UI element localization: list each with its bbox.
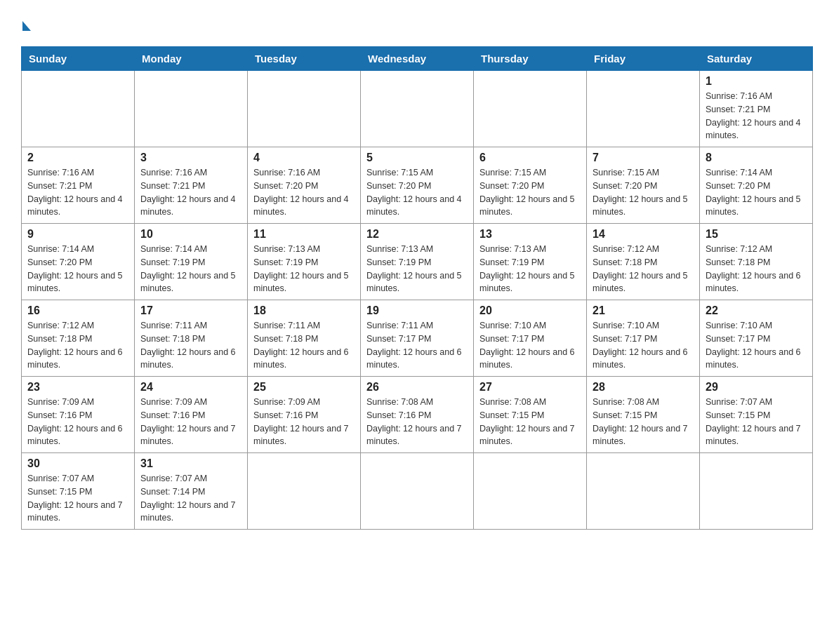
calendar-cell xyxy=(361,453,474,530)
calendar-cell xyxy=(474,71,587,147)
day-info: Sunrise: 7:16 AMSunset: 7:21 PMDaylight:… xyxy=(706,90,807,142)
day-number: 20 xyxy=(479,304,581,317)
day-number: 14 xyxy=(593,228,694,241)
day-number: 23 xyxy=(27,381,128,394)
day-number: 7 xyxy=(593,152,694,164)
calendar-cell: 9Sunrise: 7:14 AMSunset: 7:20 PMDaylight… xyxy=(22,224,135,300)
day-info: Sunrise: 7:15 AMSunset: 7:20 PMDaylight:… xyxy=(366,166,468,219)
day-info: Sunrise: 7:11 AMSunset: 7:18 PMDaylight:… xyxy=(140,319,241,372)
day-number: 2 xyxy=(27,152,128,164)
day-number: 3 xyxy=(140,152,241,164)
calendar-header-monday: Monday xyxy=(135,47,248,71)
day-info: Sunrise: 7:14 AMSunset: 7:20 PMDaylight:… xyxy=(27,243,128,295)
calendar-header-tuesday: Tuesday xyxy=(248,47,361,71)
day-number: 30 xyxy=(27,457,128,470)
calendar-cell xyxy=(587,453,700,530)
calendar-cell: 5Sunrise: 7:15 AMSunset: 7:20 PMDaylight… xyxy=(361,147,474,224)
day-number: 22 xyxy=(706,304,807,317)
day-info: Sunrise: 7:07 AMSunset: 7:14 PMDaylight:… xyxy=(140,472,241,525)
calendar-header-friday: Friday xyxy=(587,47,700,71)
day-info: Sunrise: 7:09 AMSunset: 7:16 PMDaylight:… xyxy=(140,396,241,448)
calendar-cell: 2Sunrise: 7:16 AMSunset: 7:21 PMDaylight… xyxy=(22,147,135,224)
day-info: Sunrise: 7:12 AMSunset: 7:18 PMDaylight:… xyxy=(706,243,807,295)
calendar-cell: 6Sunrise: 7:15 AMSunset: 7:20 PMDaylight… xyxy=(474,147,587,224)
calendar-cell: 21Sunrise: 7:10 AMSunset: 7:17 PMDayligh… xyxy=(587,300,700,377)
day-info: Sunrise: 7:07 AMSunset: 7:15 PMDaylight:… xyxy=(706,396,807,448)
calendar-cell: 13Sunrise: 7:13 AMSunset: 7:19 PMDayligh… xyxy=(474,224,587,300)
day-number: 4 xyxy=(253,152,355,164)
calendar-cell: 12Sunrise: 7:13 AMSunset: 7:19 PMDayligh… xyxy=(361,224,474,300)
day-info: Sunrise: 7:16 AMSunset: 7:21 PMDaylight:… xyxy=(27,166,128,219)
day-number: 26 xyxy=(366,381,468,394)
calendar-cell xyxy=(700,453,813,530)
day-info: Sunrise: 7:12 AMSunset: 7:18 PMDaylight:… xyxy=(27,319,128,372)
calendar-table: SundayMondayTuesdayWednesdayThursdayFrid… xyxy=(21,46,813,530)
calendar-cell xyxy=(361,71,474,147)
day-number: 10 xyxy=(140,228,241,241)
calendar-cell: 24Sunrise: 7:09 AMSunset: 7:16 PMDayligh… xyxy=(135,377,248,453)
day-info: Sunrise: 7:14 AMSunset: 7:19 PMDaylight:… xyxy=(140,243,241,295)
day-number: 9 xyxy=(27,228,128,241)
calendar-header-saturday: Saturday xyxy=(700,47,813,71)
day-info: Sunrise: 7:11 AMSunset: 7:17 PMDaylight:… xyxy=(366,319,468,372)
calendar-cell xyxy=(135,71,248,147)
day-number: 5 xyxy=(366,152,468,164)
day-number: 12 xyxy=(366,228,468,241)
calendar-cell xyxy=(248,453,361,530)
calendar-week-row: 1Sunrise: 7:16 AMSunset: 7:21 PMDaylight… xyxy=(22,71,813,147)
calendar-header-row: SundayMondayTuesdayWednesdayThursdayFrid… xyxy=(22,47,813,71)
calendar-week-row: 2Sunrise: 7:16 AMSunset: 7:21 PMDaylight… xyxy=(22,147,813,224)
calendar-cell: 4Sunrise: 7:16 AMSunset: 7:20 PMDaylight… xyxy=(248,147,361,224)
day-info: Sunrise: 7:13 AMSunset: 7:19 PMDaylight:… xyxy=(366,243,468,295)
day-number: 21 xyxy=(593,304,694,317)
calendar-week-row: 30Sunrise: 7:07 AMSunset: 7:15 PMDayligh… xyxy=(22,453,813,530)
calendar-cell: 19Sunrise: 7:11 AMSunset: 7:17 PMDayligh… xyxy=(361,300,474,377)
day-info: Sunrise: 7:15 AMSunset: 7:20 PMDaylight:… xyxy=(479,166,581,219)
calendar-cell: 15Sunrise: 7:12 AMSunset: 7:18 PMDayligh… xyxy=(700,224,813,300)
day-number: 15 xyxy=(706,228,807,241)
day-info: Sunrise: 7:16 AMSunset: 7:20 PMDaylight:… xyxy=(253,166,355,219)
calendar-cell: 16Sunrise: 7:12 AMSunset: 7:18 PMDayligh… xyxy=(22,300,135,377)
calendar-week-row: 16Sunrise: 7:12 AMSunset: 7:18 PMDayligh… xyxy=(22,300,813,377)
day-number: 11 xyxy=(253,228,355,241)
calendar-cell: 27Sunrise: 7:08 AMSunset: 7:15 PMDayligh… xyxy=(474,377,587,453)
day-info: Sunrise: 7:14 AMSunset: 7:20 PMDaylight:… xyxy=(706,166,807,219)
day-info: Sunrise: 7:09 AMSunset: 7:16 PMDaylight:… xyxy=(27,396,128,448)
day-info: Sunrise: 7:12 AMSunset: 7:18 PMDaylight:… xyxy=(593,243,694,295)
day-info: Sunrise: 7:08 AMSunset: 7:15 PMDaylight:… xyxy=(593,396,694,448)
calendar-header-wednesday: Wednesday xyxy=(361,47,474,71)
calendar-cell: 28Sunrise: 7:08 AMSunset: 7:15 PMDayligh… xyxy=(587,377,700,453)
day-info: Sunrise: 7:08 AMSunset: 7:16 PMDaylight:… xyxy=(366,396,468,448)
day-number: 13 xyxy=(479,228,581,241)
calendar-week-row: 9Sunrise: 7:14 AMSunset: 7:20 PMDaylight… xyxy=(22,224,813,300)
calendar-cell: 26Sunrise: 7:08 AMSunset: 7:16 PMDayligh… xyxy=(361,377,474,453)
calendar-cell xyxy=(587,71,700,147)
calendar-header-sunday: Sunday xyxy=(22,47,135,71)
calendar-cell xyxy=(22,71,135,147)
calendar-cell: 23Sunrise: 7:09 AMSunset: 7:16 PMDayligh… xyxy=(22,377,135,453)
day-info: Sunrise: 7:13 AMSunset: 7:19 PMDaylight:… xyxy=(479,243,581,295)
calendar-cell: 7Sunrise: 7:15 AMSunset: 7:20 PMDaylight… xyxy=(587,147,700,224)
day-info: Sunrise: 7:08 AMSunset: 7:15 PMDaylight:… xyxy=(479,396,581,448)
day-info: Sunrise: 7:07 AMSunset: 7:15 PMDaylight:… xyxy=(27,472,128,525)
day-info: Sunrise: 7:15 AMSunset: 7:20 PMDaylight:… xyxy=(593,166,694,219)
calendar-cell: 20Sunrise: 7:10 AMSunset: 7:17 PMDayligh… xyxy=(474,300,587,377)
day-info: Sunrise: 7:16 AMSunset: 7:21 PMDaylight:… xyxy=(140,166,241,219)
day-number: 24 xyxy=(140,381,241,394)
day-number: 27 xyxy=(479,381,581,394)
day-number: 6 xyxy=(479,152,581,164)
calendar-cell: 31Sunrise: 7:07 AMSunset: 7:14 PMDayligh… xyxy=(135,453,248,530)
day-number: 1 xyxy=(706,75,807,88)
day-number: 17 xyxy=(140,304,241,317)
day-info: Sunrise: 7:11 AMSunset: 7:18 PMDaylight:… xyxy=(253,319,355,372)
day-info: Sunrise: 7:10 AMSunset: 7:17 PMDaylight:… xyxy=(593,319,694,372)
calendar-cell: 30Sunrise: 7:07 AMSunset: 7:15 PMDayligh… xyxy=(22,453,135,530)
calendar-cell xyxy=(474,453,587,530)
day-number: 8 xyxy=(706,152,807,164)
page-header xyxy=(21,14,813,35)
calendar-cell xyxy=(248,71,361,147)
day-info: Sunrise: 7:13 AMSunset: 7:19 PMDaylight:… xyxy=(253,243,355,295)
day-number: 28 xyxy=(593,381,694,394)
day-info: Sunrise: 7:09 AMSunset: 7:16 PMDaylight:… xyxy=(253,396,355,448)
day-number: 16 xyxy=(27,304,128,317)
